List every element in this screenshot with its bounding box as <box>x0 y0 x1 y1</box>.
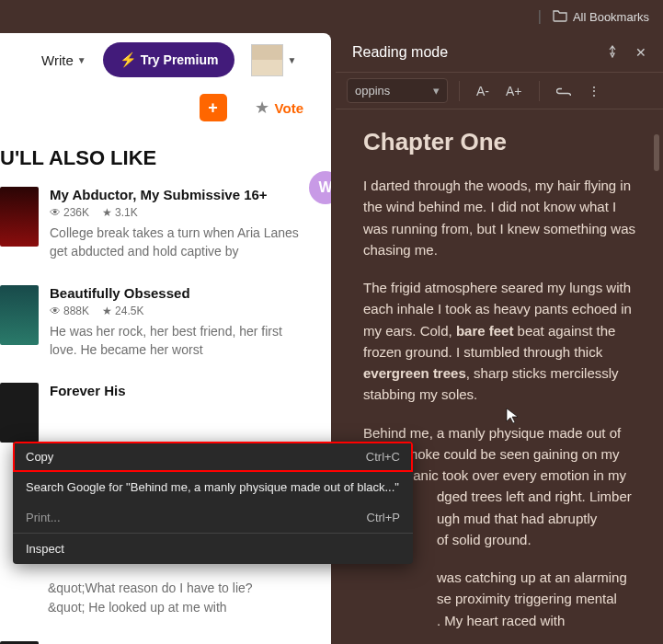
story-item[interactable]: My Abductor, My Submissive 16+ 👁236K ★3.… <box>0 179 331 278</box>
pin-icon[interactable] <box>606 45 619 61</box>
story-desc: College break takes a turn when Aria Lan… <box>50 224 313 261</box>
print-label: Print... <box>26 511 61 524</box>
separator: | <box>538 8 542 25</box>
context-print[interactable]: Print... Ctrl+P <box>13 502 413 533</box>
link-icon[interactable] <box>551 80 577 102</box>
browser-topbar: | All Bookmarks <box>0 0 663 33</box>
paragraph: The frigid atmosphere seared my lungs wi… <box>363 277 635 406</box>
story-stats: 👁888K ★24.5K <box>50 305 313 317</box>
eye-icon: 👁 <box>50 305 61 317</box>
story-desc: He was her rock, her best friend, her fi… <box>50 322 313 360</box>
reader-header-actions: ✕ <box>606 45 646 61</box>
all-bookmarks-link[interactable]: All Bookmarks <box>573 10 649 24</box>
story-item[interactable]: Sold [Completed] <box>0 634 331 644</box>
context-copy[interactable]: Copy Ctrl+C <box>13 442 413 472</box>
try-premium-button[interactable]: ⚡ Try Premium <box>103 42 235 77</box>
paragraph: I darted through the woods, my hair flyi… <box>363 175 635 260</box>
font-name: oppins <box>355 84 390 98</box>
write-button[interactable]: Write ▼ <box>41 52 86 68</box>
bolt-icon: ⚡ <box>120 52 137 68</box>
vote-label: Vote <box>275 100 303 116</box>
reader-toolbar: oppins A- A+ ⋮ <box>336 72 663 109</box>
story-list: My Abductor, My Submissive 16+ 👁236K ★3.… <box>0 179 331 644</box>
add-button[interactable]: + <box>200 94 227 121</box>
story-info: My Abductor, My Submissive 16+ 👁236K ★3.… <box>50 187 331 261</box>
star-icon: ★ <box>255 98 269 118</box>
search-label: Search Google for "Behind me, a manly ph… <box>26 480 399 494</box>
context-menu: Copy Ctrl+C Search Google for "Behind me… <box>13 442 413 564</box>
star-icon: ★ <box>102 206 112 219</box>
paragraph: was catching up at an alarming se proxim… <box>363 567 635 628</box>
star-icon: ★ <box>102 305 112 317</box>
story-item[interactable]: Beautifully Obsessed 👁888K ★24.5K He was… <box>0 278 331 376</box>
folder-icon <box>553 9 567 25</box>
story-cover <box>0 285 39 345</box>
reader-header: Reading mode ✕ <box>336 33 663 72</box>
stars-stat: ★3.1K <box>102 206 138 219</box>
caret-down-icon: ▼ <box>287 55 296 65</box>
write-label: Write <box>41 52 74 68</box>
font-increase-button[interactable]: A+ <box>500 80 528 102</box>
caret-down-icon: ▼ <box>77 55 86 65</box>
copy-shortcut: Ctrl+C <box>366 450 400 464</box>
story-title: Forever His <box>50 383 313 398</box>
copy-label: Copy <box>26 450 53 464</box>
story-cover <box>0 383 39 443</box>
reading-mode-title: Reading mode <box>352 44 448 61</box>
story-cover <box>0 187 39 247</box>
left-header: Write ▼ ⚡ Try Premium ▼ <box>0 33 331 86</box>
context-search[interactable]: Search Google for "Behind me, a manly ph… <box>13 472 413 502</box>
toolbar-separator <box>539 81 540 101</box>
obscured-text: &quot;What reason do I have to lie? &quo… <box>0 579 331 617</box>
chapter-title: Chapter One <box>363 128 635 156</box>
story-title: Beautifully Obsessed <box>50 285 313 301</box>
story-title: My Abductor, My Submissive 16+ <box>50 187 313 202</box>
premium-label: Try Premium <box>141 52 219 67</box>
print-shortcut: Ctrl+P <box>367 511 400 524</box>
story-info: Forever His <box>50 383 331 443</box>
section-title: U'LL ALSO LIKE <box>0 137 331 179</box>
stars-stat: ★24.5K <box>102 305 143 317</box>
context-inspect[interactable]: Inspect <box>13 534 413 564</box>
close-icon[interactable]: ✕ <box>635 45 646 60</box>
story-stats: 👁236K ★3.1K <box>50 206 313 219</box>
views-stat: 👁236K <box>50 206 89 219</box>
user-menu[interactable]: ▼ <box>251 44 296 76</box>
toolbar-separator <box>459 81 460 101</box>
action-row: + ★ Vote <box>0 86 331 132</box>
scrollbar-thumb[interactable] <box>654 134 659 171</box>
font-decrease-button[interactable]: A- <box>471 80 495 102</box>
eye-icon: 👁 <box>50 206 61 219</box>
views-stat: 👁888K <box>50 305 89 317</box>
inspect-label: Inspect <box>26 542 64 556</box>
avatar <box>251 44 283 76</box>
story-info: Beautifully Obsessed 👁888K ★24.5K He was… <box>50 285 331 360</box>
vote-button[interactable]: ★ Vote <box>255 98 303 118</box>
font-select[interactable]: oppins <box>347 78 448 103</box>
more-icon[interactable]: ⋮ <box>582 80 606 102</box>
